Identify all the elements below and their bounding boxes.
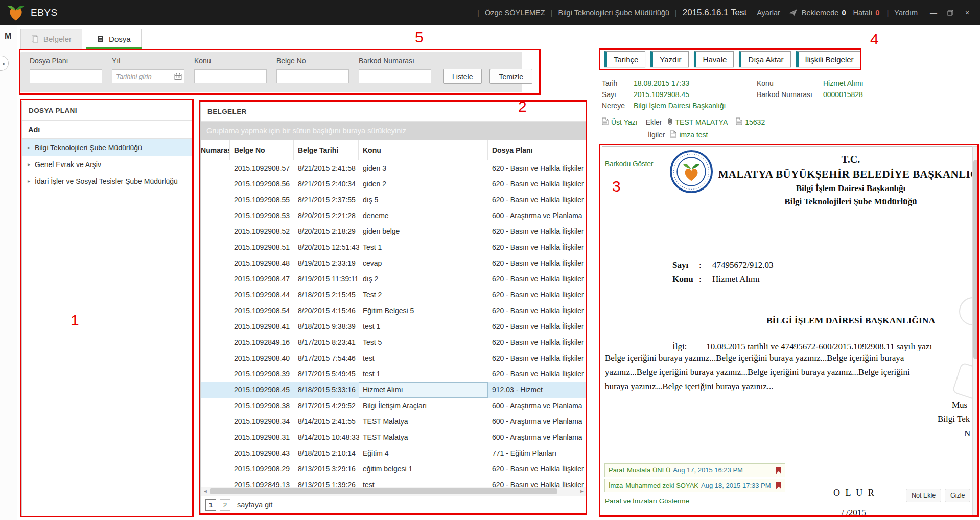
table-row[interactable]: 2015.1092908.29 8/13/2015 3:29:16 eğitim… [201, 461, 587, 477]
filter-field-input[interactable] [276, 69, 349, 83]
page-button[interactable]: 2 [220, 499, 230, 511]
error-label[interactable]: Hatalı [853, 9, 872, 17]
table-row[interactable]: 2015.1092908.44 8/18/2015 2:15:45 Test 2… [201, 287, 587, 303]
cell-barkod [201, 366, 230, 382]
toggle-signatures-link[interactable]: Paraf ve İmzaları Gösterme [605, 497, 689, 505]
filter-field-label: Barkod Numarası [359, 57, 431, 65]
cell-konu: test [359, 350, 488, 366]
table-row[interactable]: 2015.1092908.54 8/20/2015 4:15:46 Eğitim… [201, 303, 587, 319]
clear-button[interactable]: Temizle [489, 69, 532, 84]
cell-belge-tarihi: 8/17/2015 7:54:46 [294, 350, 359, 366]
filter-field-input[interactable] [194, 69, 267, 83]
hide-button[interactable]: Gizle [945, 489, 970, 502]
scroll-right-icon[interactable]: ► [577, 487, 587, 496]
group-by-drop-zone[interactable]: Gruplama yapmak için bir sütun başlığını… [201, 122, 587, 140]
cell-barkod [201, 382, 230, 398]
scrollbar-thumb[interactable] [973, 160, 978, 359]
preview-vertical-scrollbar[interactable] [972, 146, 979, 517]
cell-barkod [201, 430, 230, 445]
cell-dosya-plani: 620 - Basın ve Halkla İlişkiler [488, 192, 587, 208]
cell-barkod [201, 414, 230, 430]
table-row[interactable]: 2015.1092908.53 8/20/2015 2:21:28 deneme… [201, 208, 587, 224]
table-row[interactable]: 2015.1092908.38 8/17/2015 4:29:52 Bilgi … [201, 398, 587, 414]
attachment-link[interactable]: TEST MALATYA [667, 117, 728, 127]
tree-item[interactable]: ▸ İdari İşler ve Sosyal Tesisler Şube Mü… [22, 173, 193, 190]
cell-belge-tarihi: 8/20/2015 4:15:46 [294, 303, 359, 319]
column-header-dosya-plani[interactable]: Dosya Planı [488, 140, 587, 160]
pending-label[interactable]: Beklemede [802, 9, 839, 17]
filter-field-label: Konu [194, 57, 267, 65]
restore-button[interactable] [943, 6, 958, 19]
scroll-left-icon[interactable]: ◄ [201, 487, 210, 496]
expand-panel-button[interactable]: ▸ [0, 56, 9, 71]
add-note-button[interactable]: Not Ekle [906, 489, 941, 502]
scrollbar-thumb[interactable] [210, 488, 557, 494]
column-header-belge-tarihi[interactable]: Belge Tarihi [294, 140, 359, 160]
cell-belge-no: 2015.1092908.40 [230, 350, 294, 366]
table-row[interactable]: 2015.1092849.13 8/13/2015 1:39:26 test 6… [201, 477, 587, 487]
cell-barkod [201, 445, 230, 461]
goto-page-label[interactable]: sayfaya git [237, 501, 272, 509]
related-doc-link[interactable]: imza test [670, 130, 708, 139]
action-button[interactable]: İlişkili Belgeler [796, 51, 861, 67]
table-row[interactable]: 2015.1092908.45 8/18/2015 5:33:16 Hizmet… [201, 382, 587, 398]
action-button[interactable]: Dışa Aktar [739, 51, 790, 67]
chevron-right-icon[interactable]: ▸ [28, 161, 30, 167]
calendar-icon[interactable] [174, 73, 182, 80]
chevron-right-icon[interactable]: ▸ [28, 178, 30, 184]
cell-konu: Test 5 [359, 335, 488, 350]
action-button[interactable]: Tarihçe [604, 51, 645, 67]
table-row[interactable]: 2015.1092908.51 8/20/2015 12:51:43 Test … [201, 240, 587, 255]
cell-barkod [201, 303, 230, 319]
cell-belge-tarihi: 8/18/2015 9:38:39 [294, 319, 359, 335]
table-row[interactable]: 2015.1092908.39 8/17/2015 5:49:45 test 1… [201, 366, 587, 382]
filter-field-input[interactable] [30, 69, 102, 83]
ilgiler-label: İlgiler [648, 131, 665, 139]
cell-barkod [201, 271, 230, 287]
action-button[interactable]: Havale [694, 51, 734, 67]
filter-field-input[interactable] [359, 69, 431, 83]
horizontal-scrollbar[interactable]: ◄ ► [201, 487, 587, 496]
pending-count[interactable]: 0 [842, 9, 846, 17]
table-row[interactable]: 2015.1092908.55 8/21/2015 2:37:55 dış 5 … [201, 192, 587, 208]
letterhead-tc: T.C. [602, 154, 973, 166]
table-row[interactable]: 2015.1092908.48 8/19/2015 2:33:19 cevap … [201, 255, 587, 271]
table-row[interactable]: 2015.1092908.40 8/17/2015 7:54:46 test 6… [201, 350, 587, 366]
page-button[interactable]: 1 [205, 499, 216, 511]
tab[interactable]: Dosya [86, 29, 142, 49]
meta-label: Tarih [602, 78, 634, 89]
tree-item[interactable]: ▸ Genel Evrak ve Arşiv [22, 156, 193, 173]
ust-yazi-link[interactable]: Üst Yazı [602, 117, 638, 127]
column-header-belge-no[interactable]: Belge No [230, 140, 294, 160]
imza-row[interactable]: İmza Muhammed zeki SOYAK Aug 18, 2015 17… [604, 479, 785, 492]
table-row[interactable]: 2015.1092908.52 8/20/2015 2:18:29 giden … [201, 224, 587, 240]
table-row[interactable]: 2015.1092908.47 8/19/2015 11:39:11 dış 2… [201, 271, 587, 287]
minimize-button[interactable]: — [926, 6, 941, 19]
table-row[interactable]: 2015.1092908.43 8/18/2015 2:10:14 Eğitim… [201, 445, 587, 461]
table-row[interactable]: 2015.1092908.56 8/21/2015 2:40:34 giden … [201, 176, 587, 192]
bookmark-icon [776, 467, 781, 474]
table-row[interactable]: 2015.1092908.41 8/18/2015 9:38:39 test 1… [201, 319, 587, 335]
chevron-right-icon[interactable]: ▸ [28, 145, 30, 150]
table-row[interactable]: 2015.1092908.31 8/14/2015 10:48:33 TEST … [201, 430, 587, 445]
list-button[interactable]: Listele [443, 69, 482, 84]
settings-link[interactable]: Ayarlar [757, 9, 780, 17]
tree-item[interactable]: ▸ Bilgi Teknolojileri Şube Müdürlüğü [22, 139, 193, 156]
table-row[interactable]: 2015.1092849.16 8/17/2015 8:23:41 Test 5… [201, 335, 587, 350]
action-button[interactable]: Yazdır [650, 51, 688, 67]
help-link[interactable]: Yardım [894, 9, 918, 17]
cell-belge-no: 2015.1092908.29 [230, 461, 294, 477]
table-row[interactable]: 2015.1092908.34 8/14/2015 2:41:55 TEST M… [201, 414, 587, 430]
cell-konu: test 1 [359, 366, 488, 382]
filter-field-input[interactable] [112, 69, 184, 83]
column-header-barkod[interactable]: Barkod Numarası [201, 140, 230, 160]
tree-column-header[interactable]: Adı [22, 121, 193, 139]
tab[interactable]: Belgeler [20, 29, 82, 49]
table-row[interactable]: 2015.1092908.57 8/21/2015 2:41:58 giden … [201, 160, 587, 176]
paraf-row[interactable]: Paraf Mustafa ÜNLÜ Aug 17, 2015 16:23 PM [604, 463, 785, 477]
error-count[interactable]: 0 [875, 9, 879, 17]
cell-dosya-plani: 620 - Basın ve Halkla İlişkiler [488, 271, 587, 287]
column-header-konu[interactable]: Konu [359, 140, 488, 160]
attachment-link[interactable]: 15632 [736, 117, 765, 127]
close-button[interactable]: × [960, 6, 975, 19]
